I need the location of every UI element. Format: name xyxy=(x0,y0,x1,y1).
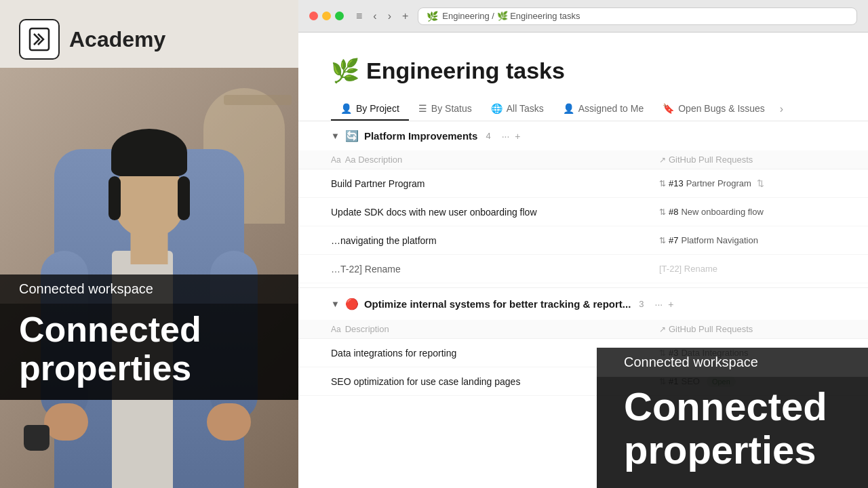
col-headers-group1: Aa Aa Description ↗ GitHub Pull Requests xyxy=(298,150,868,169)
tab-all-tasks[interactable]: 🌐 All Tasks xyxy=(481,98,553,121)
all-tasks-icon: 🌐 xyxy=(491,103,502,114)
pr-number: #7 xyxy=(669,235,678,245)
group1-count: 4 xyxy=(486,131,490,141)
browser-controls: ≡ ‹ › + xyxy=(353,9,411,24)
address-bar[interactable]: 🌿 Engineering / 🌿 Engineering tasks xyxy=(418,7,857,25)
group1-add-button[interactable]: + xyxy=(515,131,520,142)
by-project-icon: 👤 xyxy=(340,103,352,114)
forward-button[interactable]: › xyxy=(385,9,394,24)
col-headers-group2: Aa Description ↗ GitHub Pull Requests xyxy=(298,320,868,339)
view-tabs: 👤 By Project ☰ By Status 🌐 All Tasks 👤 A… xyxy=(298,98,868,121)
table-row[interactable]: …navigating the platform ⇅ #7 Platform N… xyxy=(298,226,868,255)
col-right-header: ↗ GitHub Pull Requests xyxy=(659,155,835,165)
close-button[interactable] xyxy=(309,12,318,20)
group2-more-button[interactable]: ··· xyxy=(655,299,663,310)
group2-actions: ··· + xyxy=(655,299,674,310)
table-row[interactable]: Build Partner Program ⇅ #13 Partner Prog… xyxy=(298,169,868,198)
bugs-icon: 🔖 xyxy=(663,103,674,114)
col-aa-icon2: Aa xyxy=(331,325,341,334)
group2-add-button[interactable]: + xyxy=(668,299,673,310)
overlay-text-left: Connected workspace Connected properties xyxy=(0,274,298,400)
pr-name: Platform Navigation xyxy=(681,235,757,245)
tab-by-status-label: By Status xyxy=(431,103,472,114)
col-github-icon2: ↗ xyxy=(659,325,666,334)
row-pr: ⇅ #13 Partner Program ⇅ xyxy=(659,178,835,188)
page-title-text: Engineering tasks xyxy=(366,58,565,84)
pr-icon: ⇅ xyxy=(659,207,666,217)
col-github-label2: GitHub Pull Requests xyxy=(669,324,753,334)
academy-label: Academy xyxy=(69,27,165,52)
group1-row: ▼ 🔄 Platform Improvements 4 ··· + xyxy=(298,121,868,150)
row-title: …navigating the platform xyxy=(331,235,659,246)
pr-name: Partner Program xyxy=(686,178,751,188)
group1-actions: ··· + xyxy=(502,131,521,142)
subtitle-band: Connected workspace xyxy=(597,348,868,377)
group1-emoji: 🔄 xyxy=(345,129,359,142)
main-title-text: Connected properties xyxy=(19,310,279,388)
pr-name: New onboarding flow xyxy=(681,207,763,217)
col-github-label: GitHub Pull Requests xyxy=(669,155,753,165)
overlay-subtitle: Connected workspace xyxy=(624,354,758,369)
overlay-main-title: Connected properties xyxy=(624,385,841,472)
pr-number: #8 xyxy=(669,207,678,217)
minimize-button[interactable] xyxy=(322,12,331,20)
group2-row: ▼ 🔴 Optimize internal systems for better… xyxy=(298,287,868,320)
back-button[interactable]: ‹ xyxy=(370,9,379,24)
breadcrumb-text: Engineering / 🌿 Engineering tasks xyxy=(442,11,580,21)
browser-chrome: ≡ ‹ › + 🌿 Engineering / 🌿 Engineering ta… xyxy=(298,0,868,33)
row-pr: [T-22] Rename xyxy=(659,264,835,274)
table-row[interactable]: …T-22] Rename [T-22] Rename xyxy=(298,255,868,283)
group2-count: 3 xyxy=(639,299,644,309)
col-main-header2: Aa Description xyxy=(331,324,659,334)
main-title-bar: Connected properties xyxy=(0,304,298,400)
notion-logo xyxy=(19,19,60,60)
row-title: Update SDK docs with new user onboarding… xyxy=(331,207,659,218)
tab-assigned-label: Assigned to Me xyxy=(578,103,644,114)
left-panel: Academy Connected workspace xyxy=(0,0,298,488)
notion-header: Academy xyxy=(19,19,165,60)
page-title: 🌿 Engineering tasks xyxy=(331,57,835,84)
maximize-button[interactable] xyxy=(335,12,344,20)
col-description-label2: Description xyxy=(345,324,389,334)
pr-icon: ⇅ xyxy=(659,179,666,188)
tab-all-tasks-label: All Tasks xyxy=(507,103,544,114)
overlay-banner: Connected workspace Connected properties xyxy=(597,348,868,488)
page-title-emoji: 🌿 xyxy=(331,57,359,84)
group1-more-button[interactable]: ··· xyxy=(502,131,510,142)
table-row[interactable]: Update SDK docs with new user onboarding… xyxy=(298,198,868,226)
group2-toggle[interactable]: ▼ xyxy=(331,299,340,309)
right-panel: ≡ ‹ › + 🌿 Engineering / 🌿 Engineering ta… xyxy=(298,0,868,488)
tab-by-status[interactable]: ☰ By Status xyxy=(409,98,481,121)
group1-title: Platform Improvements xyxy=(364,130,478,142)
row-pr: ⇅ #7 Platform Navigation xyxy=(659,235,835,245)
assigned-icon: 👤 xyxy=(563,103,574,114)
tab-bugs-label: Open Bugs & Issues xyxy=(678,103,765,114)
main-band: Connected properties xyxy=(597,377,868,488)
row-pr: ⇅ #8 New onboarding flow xyxy=(659,207,835,217)
subtitle-label: Connected workspace xyxy=(19,281,153,296)
row-title: …T-22] Rename xyxy=(331,264,659,274)
col-aa-icon: Aa xyxy=(331,155,341,165)
group2-title: Optimize internal systems for better tra… xyxy=(364,298,631,310)
col-main-header: Aa Aa Description xyxy=(331,155,659,165)
tab-bugs[interactable]: 🔖 Open Bugs & Issues xyxy=(653,98,774,121)
pr-number: #13 xyxy=(669,178,684,188)
col-description-label: Aa Description xyxy=(345,155,403,165)
tab-assigned[interactable]: 👤 Assigned to Me xyxy=(553,98,654,121)
tab-by-project-label: By Project xyxy=(356,103,399,114)
tabs-more-button[interactable]: › xyxy=(774,98,789,121)
row-title: Build Partner Program xyxy=(331,178,659,189)
col-github-icon: ↗ xyxy=(659,155,666,165)
traffic-lights xyxy=(309,12,344,20)
page-header: 🌿 Engineering tasks xyxy=(298,33,868,98)
col-right-header2: ↗ GitHub Pull Requests xyxy=(659,324,835,334)
new-tab-button[interactable]: + xyxy=(399,9,411,24)
by-status-icon: ☰ xyxy=(418,103,427,114)
menu-icon[interactable]: ≡ xyxy=(353,9,365,24)
pr-icon: ⇅ xyxy=(659,236,666,245)
group2-emoji: 🔴 xyxy=(345,298,359,310)
tab-by-project[interactable]: 👤 By Project xyxy=(331,98,409,121)
group1-toggle[interactable]: ▼ xyxy=(331,131,340,141)
subtitle-bar: Connected workspace xyxy=(0,274,298,304)
